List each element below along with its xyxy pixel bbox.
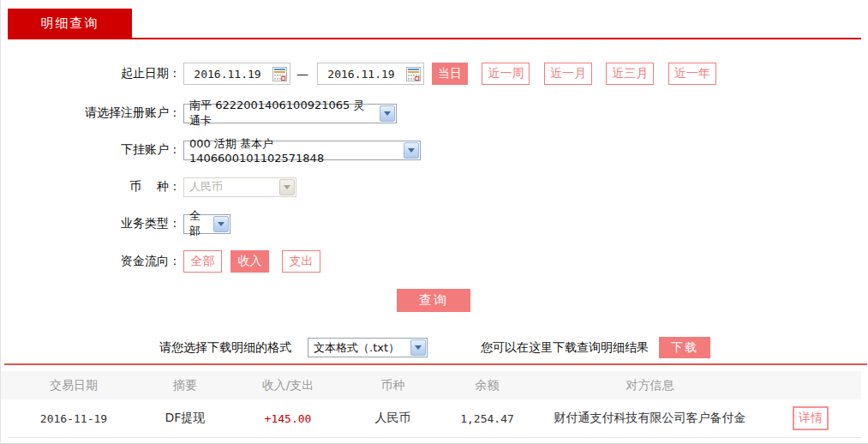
start-date-input[interactable]: 2016.11.19: [183, 63, 290, 85]
business-type-label: 业务类型：: [1, 216, 181, 231]
download-hint: 您可以在这里下载查询明细结果: [481, 337, 649, 358]
date-range-separator: —: [290, 67, 314, 81]
tab-detail-query[interactable]: 明细查询: [8, 9, 132, 38]
header-balance: 余额: [434, 378, 541, 393]
quick-range-buttons: 当日 近一周 近一月 近三月 近一年: [424, 63, 716, 85]
register-account-row: 请选择注册账户： 南平 6222001406100921065 灵通卡: [1, 102, 868, 124]
quick-week-button[interactable]: 近一周: [482, 63, 530, 85]
detail-button[interactable]: 详情: [793, 406, 829, 430]
table-header: 交易日期 摘要 收入/支出 币种 余额 对方信息: [1, 371, 861, 399]
currency-label: 币 种：: [1, 179, 181, 195]
header-counterparty: 对方信息: [541, 378, 759, 393]
currency-value: 人民币: [189, 179, 223, 195]
business-type-row: 业务类型： 全部: [1, 213, 868, 235]
query-button[interactable]: 查询: [397, 289, 470, 312]
quick-today-button[interactable]: 当日: [432, 63, 468, 85]
register-account-value: 南平 6222001406100921065 灵通卡: [189, 98, 375, 129]
row-counterparty: 财付通支付科技有限公司客户备付金: [541, 411, 759, 426]
detail-query-page: 明细查询 起止日期： 2016.11.19 — 2016.11.19: [0, 0, 868, 444]
quick-quarter-button[interactable]: 近三月: [606, 63, 654, 85]
register-account-select[interactable]: 南平 6222001406100921065 灵通卡: [183, 104, 397, 123]
row-currency: 人民币: [352, 411, 434, 426]
register-account-label: 请选择注册账户：: [1, 105, 181, 121]
row-divider: [8, 437, 861, 438]
fund-flow-row: 资金流向： 全部 收入 支出: [1, 250, 868, 273]
business-type-value: 全部: [189, 208, 209, 239]
header-currency: 币种: [352, 378, 434, 393]
chevron-down-icon[interactable]: [410, 339, 426, 356]
flow-income-button[interactable]: 收入: [230, 250, 269, 273]
row-amount: +145.00: [224, 412, 352, 425]
download-format-label: 请您选择下载明细的格式: [159, 337, 291, 358]
chevron-down-icon[interactable]: [213, 216, 229, 232]
chevron-down-icon[interactable]: [380, 105, 395, 122]
row-balance: 1,254.47: [434, 412, 541, 425]
currency-row: 币 种： 人民币: [1, 176, 868, 198]
download-format-value: 文本格式（.txt）: [314, 340, 399, 356]
date-range-label: 起止日期：: [1, 66, 181, 81]
fund-flow-label: 资金流向：: [1, 254, 181, 269]
chevron-down-icon: [279, 179, 295, 195]
business-type-select[interactable]: 全部: [183, 214, 230, 234]
flow-expense-button[interactable]: 支出: [282, 250, 320, 273]
quick-month-button[interactable]: 近一月: [544, 63, 592, 85]
end-date-value: 2016.11.19: [327, 68, 394, 81]
header-amount: 收入/支出: [224, 378, 352, 393]
download-button[interactable]: 下载: [659, 337, 710, 358]
row-action: 详情: [759, 406, 862, 430]
row-summary: DF提现: [147, 411, 224, 426]
calendar-icon[interactable]: [406, 67, 421, 81]
section-divider: [4, 363, 867, 365]
row-date: 2016-11-19: [1, 412, 147, 425]
header-summary: 摘要: [147, 378, 224, 393]
calendar-icon[interactable]: [272, 67, 287, 81]
sub-account-row: 下挂账户： 000 活期 基本户 1406600101102571848: [1, 139, 868, 161]
chevron-down-icon[interactable]: [404, 142, 419, 159]
download-row: 请您选择下载明细的格式 文本格式（.txt） 您可以在这里下载查询明细结果 下载: [1, 337, 868, 358]
sub-account-value: 000 活期 基本户 1406600101102571848: [189, 136, 399, 165]
sub-account-label: 下挂账户：: [1, 142, 181, 158]
date-range-row: 起止日期： 2016.11.19 — 2016.11.19: [1, 63, 868, 85]
start-date-value: 2016.11.19: [194, 68, 260, 81]
sub-account-select[interactable]: 000 活期 基本户 1406600101102571848: [183, 141, 421, 160]
tab-underline: [8, 38, 861, 39]
end-date-input[interactable]: 2016.11.19: [317, 63, 424, 85]
quick-year-button[interactable]: 近一年: [668, 63, 716, 85]
currency-select: 人民币: [183, 177, 296, 197]
download-format-select[interactable]: 文本格式（.txt）: [308, 338, 428, 357]
header-date: 交易日期: [1, 378, 147, 393]
table-row: 2016-11-19 DF提现 +145.00 人民币 1,254.47 财付通…: [1, 399, 861, 437]
flow-all-button[interactable]: 全部: [183, 250, 222, 273]
